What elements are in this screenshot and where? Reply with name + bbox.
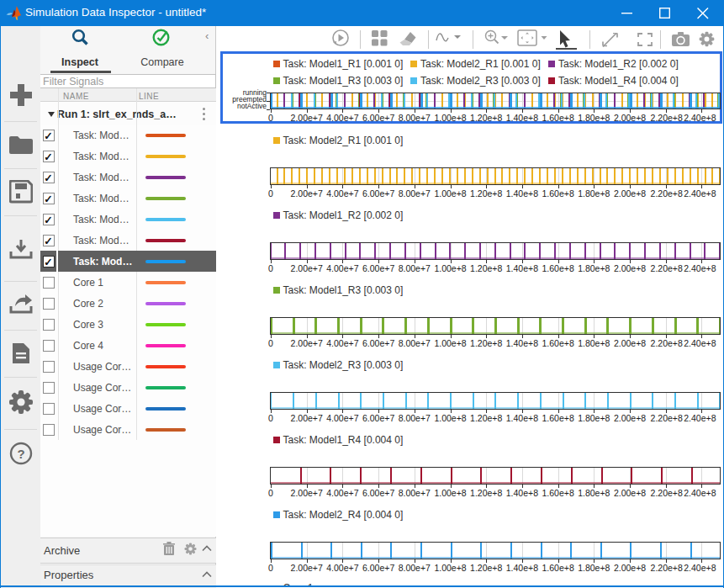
svg-text:?: ?	[17, 447, 24, 461]
